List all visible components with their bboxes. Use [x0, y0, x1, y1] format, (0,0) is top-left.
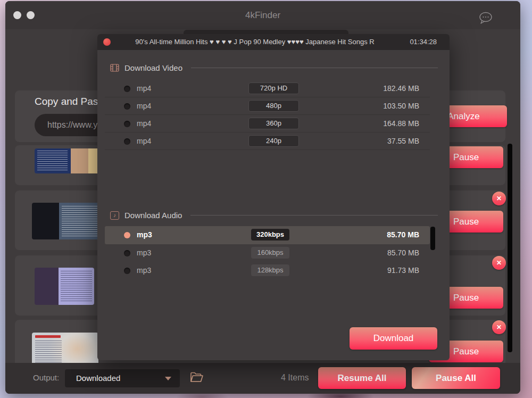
title-bar: 4kFinder: [5, 1, 520, 29]
file-size: 91.73 MB: [387, 266, 419, 275]
divider: [190, 215, 438, 215]
format-label: mp4: [137, 137, 151, 145]
output-folder-value: Downloaded: [76, 374, 120, 383]
pause-all-button[interactable]: Pause All: [412, 367, 500, 389]
quality-badge: 720p HD: [248, 82, 299, 94]
output-folder-dropdown[interactable]: Downloaded: [65, 369, 180, 387]
open-folder-icon[interactable]: [189, 371, 203, 383]
format-label: mp3: [137, 248, 151, 257]
record-dot-icon: [103, 38, 111, 46]
video-format-row-720p[interactable]: mp4 720p HD 182.46 MB: [105, 80, 430, 97]
video-thumbnail-1: [35, 148, 104, 173]
file-size: 164.88 MB: [383, 119, 419, 128]
audio-section-label: Download Audio: [124, 211, 182, 220]
file-size: 85.70 MB: [387, 248, 419, 257]
chevron-down-icon: [165, 377, 171, 380]
radio-selected-icon[interactable]: [124, 232, 130, 238]
radio-icon[interactable]: [124, 138, 130, 145]
resume-all-button[interactable]: Resume All: [318, 367, 406, 389]
paste-heading: Copy and Paste: [35, 96, 106, 107]
file-size: 182.46 MB: [383, 84, 419, 93]
format-dialog: 90's All-time Million Hits ♥ ♥ ♥ ♥ J Pop…: [97, 34, 450, 360]
video-section-label: Download Video: [124, 63, 182, 72]
audio-list-scrollbar[interactable]: [430, 227, 435, 250]
items-count: 4 Items: [281, 373, 309, 383]
dialog-header: 90's All-time Million Hits ♥ ♥ ♥ ♥ J Pop…: [97, 34, 450, 50]
format-label: mp4: [137, 84, 151, 93]
audio-section-header: ♪ Download Audio: [110, 211, 438, 220]
radio-icon[interactable]: [124, 103, 130, 110]
video-thumbnail-3: [35, 268, 94, 305]
file-size: 37.55 MB: [387, 137, 419, 145]
dialog-title: 90's All-time Million Hits ♥ ♥ ♥ ♥ J Pop…: [119, 38, 391, 46]
video-thumbnail-2: [32, 203, 103, 239]
remove-item-icon-4[interactable]: ✕: [492, 320, 506, 334]
video-section-header: Download Video: [110, 63, 438, 72]
list-scrollbar[interactable]: [508, 144, 512, 352]
film-strip-icon: [110, 63, 119, 72]
remove-item-icon-3[interactable]: ✕: [492, 256, 506, 270]
music-note-icon: ♪: [110, 211, 119, 220]
radio-icon[interactable]: [124, 86, 130, 92]
audio-format-row-320kbps[interactable]: mp3 320kbps 85.70 MB: [105, 226, 430, 244]
audio-format-row-128kbps[interactable]: mp3 128kbps 91.73 MB: [105, 262, 430, 279]
video-format-row-360p[interactable]: mp4 360p 164.88 MB: [105, 115, 430, 132]
download-button[interactable]: Download: [350, 327, 437, 350]
video-format-row-240p[interactable]: mp4 240p 37.55 MB: [105, 132, 430, 150]
quality-badge: 360p: [248, 118, 299, 129]
format-label: mp3: [137, 266, 151, 275]
radio-icon[interactable]: [124, 250, 130, 256]
bitrate-badge: 160kbps: [251, 247, 289, 259]
format-label: mp3: [137, 230, 152, 239]
radio-icon[interactable]: [124, 121, 130, 127]
format-label: mp4: [137, 102, 151, 110]
file-size: 85.70 MB: [387, 230, 419, 239]
desktop: 4kFinder Copy and Paste https://www.you …: [0, 0, 532, 398]
file-size: 103.50 MB: [383, 102, 419, 110]
output-label: Output:: [33, 373, 59, 382]
quality-badge: 240p: [248, 135, 299, 147]
video-duration: 01:34:28: [410, 38, 437, 46]
format-label: mp4: [137, 119, 151, 128]
radio-icon[interactable]: [124, 268, 130, 274]
bitrate-badge: 320kbps: [251, 229, 289, 241]
bottom-bar: Output: Downloaded 4 Items Resume All Pa…: [5, 363, 520, 394]
audio-format-row-160kbps[interactable]: mp3 160kbps 85.70 MB: [105, 244, 430, 262]
divider: [191, 68, 438, 68]
feedback-chat-icon[interactable]: [478, 11, 493, 25]
bitrate-badge: 128kbps: [251, 264, 289, 276]
quality-badge: 480p: [248, 100, 299, 112]
app-title: 4kFinder: [5, 10, 520, 21]
video-format-row-480p[interactable]: mp4 480p 103.50 MB: [105, 97, 430, 115]
remove-item-icon-2[interactable]: ✕: [492, 192, 506, 205]
